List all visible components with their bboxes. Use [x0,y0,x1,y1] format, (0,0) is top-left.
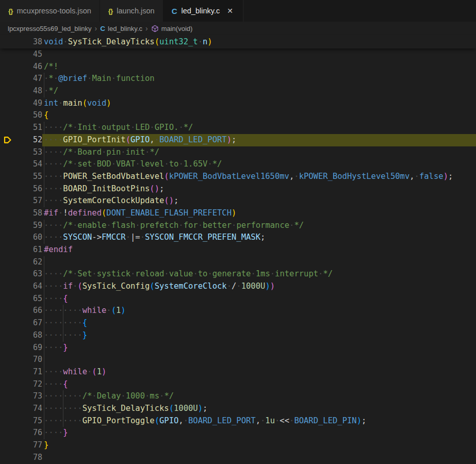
line-number[interactable]: 56 [14,183,42,195]
code-line-65[interactable]: 65····{ [0,293,476,305]
code-line-46[interactable]: 46/*! [0,61,476,73]
line-number[interactable]: 59 [14,220,42,232]
breadcrumb-item-led-blinky-c[interactable]: Cled_blinky.c [100,25,142,32]
code-line-73[interactable]: 73········/*·Delay·1000·ms·*/ [0,390,476,403]
line-number[interactable]: 60 [14,231,42,244]
code-line-57[interactable]: 57····SystemCoreClockUpdate(); [0,195,476,207]
code-line-67[interactable]: 67········{ [0,317,476,329]
code-line-62[interactable]: 62 [0,256,476,269]
tab-label: led_blinky.c [181,7,220,15]
line-number[interactable]: 68 [14,329,42,342]
code-token: ( [83,98,87,108]
line-number[interactable]: 38 [14,35,42,48]
code-line-45[interactable]: 45 [0,48,476,61]
gutter-glyph [0,61,14,73]
code-token: ) [232,208,236,218]
line-number[interactable]: 67 [14,317,42,329]
line-content [42,256,476,269]
code-line-52[interactable]: 52····GPIO_PortInit(GPIO,·BOARD_LED_PORT… [0,134,476,146]
code-line-64[interactable]: 64····if·(SysTick_Config(SystemCoreClock… [0,280,476,293]
line-number[interactable]: 65 [14,293,42,305]
code-line-70[interactable]: 70 [0,354,476,366]
line-number[interactable]: 77 [14,439,42,452]
line-number[interactable]: 54 [14,158,42,171]
code-line-61[interactable]: 61#endif [0,244,476,256]
tab-mcuxpresso-tools-json[interactable]: {}mcuxpresso-tools.json [0,0,100,22]
code-line-53[interactable]: 53····/*·Board·pin·init·*/ [0,146,476,159]
code-token: uint32_t [159,37,198,46]
code-line-75[interactable]: 75········GPIO_PortToggle(GPIO,·BOARD_LE… [0,415,476,427]
line-number[interactable]: 76 [14,427,42,439]
line-number[interactable]: 46 [14,61,42,73]
code-line-78[interactable]: 78 [0,452,476,464]
line-number[interactable]: 64 [14,280,42,293]
breadcrumb-item-lpcxpresso55s69-led-blinky[interactable]: lpcxpresso55s69_led_blinky [8,25,92,32]
code-line-60[interactable]: 60····SYSCON->FMCCR·|=·SYSCON_FMCCR_PREF… [0,231,476,244]
breadcrumb-item-main-void[interactable]: main(void) [151,25,193,32]
code-line-77[interactable]: 77} [0,439,476,452]
code-line-48[interactable]: 48·*/ [0,85,476,97]
code-token: 1u [265,416,275,425]
line-number[interactable]: 78 [14,452,42,464]
line-number[interactable]: 51 [14,122,42,134]
whitespace-dots: · [73,269,77,278]
line-number[interactable]: 49 [14,97,42,110]
code-token: ···· [44,428,63,437]
code-line-56[interactable]: 56····BOARD_InitBootPins(); [0,183,476,195]
code-line-58[interactable]: 58#if·!defined(DONT_ENABLE_FLASH_PREFETC… [0,207,476,220]
code-line-76[interactable]: 76····} [0,427,476,439]
code-token: ( [155,37,159,46]
line-number[interactable]: 73 [14,390,42,403]
code-line-55[interactable]: 55····POWER_SetBodVbatLevel(kPOWER_BodVb… [0,171,476,183]
code-line-51[interactable]: 51····/*·Init·output·LED·GPIO.·*/ [0,122,476,134]
code-line-63[interactable]: 63····/*·Set·systick·reload·value·to·gen… [0,268,476,280]
line-number[interactable]: 70 [14,354,42,366]
line-number[interactable]: 50 [14,109,42,122]
line-number[interactable]: 55 [14,171,42,183]
sticky-line[interactable]: 38void·SysTick_DelayTicks(uint32_t·n) [0,35,476,48]
line-number[interactable]: 57 [14,195,42,207]
code-line-71[interactable]: 71····while·(1) [0,366,476,378]
line-number[interactable]: 58 [14,207,42,220]
code-line-72[interactable]: 72····{ [0,378,476,391]
code-token: ; [232,135,236,144]
line-number[interactable]: 45 [14,48,42,61]
code-line-50[interactable]: 50{ [0,109,476,122]
line-number[interactable]: 71 [14,366,42,378]
line-number[interactable]: 62 [14,256,42,269]
line-number[interactable]: 53 [14,146,42,159]
code-line-68[interactable]: 68········} [0,329,476,342]
tab-launch-json[interactable]: {}launch.json [100,0,163,22]
line-number[interactable]: 48 [14,85,42,97]
code-line-49[interactable]: 49int·main(void) [0,97,476,110]
whitespace-dots: · [164,159,169,169]
close-icon[interactable]: ✕ [226,7,234,15]
code-line-69[interactable]: 69····} [0,342,476,354]
line-number[interactable]: 72 [14,378,42,391]
code-token: @brief [58,74,87,83]
code-line-59[interactable]: 59····/*·enable·flash·prefetch·for·bette… [0,220,476,232]
line-content: ········/*·Delay·1000·ms·*/ [42,390,476,403]
code-line-47[interactable]: 47·*·@brief·Main·function [0,73,476,85]
line-number[interactable]: 69 [14,342,42,354]
line-number[interactable]: 52 [14,134,42,146]
line-number[interactable]: 61 [14,244,42,256]
code-token: ( [150,184,154,193]
whitespace-dots: ···· [44,343,63,352]
line-content: #endif [42,244,476,256]
line-number[interactable]: 47 [14,73,42,85]
line-content: ····} [42,427,476,439]
whitespace-dots: · [130,123,135,132]
whitespace-dots: ···· [44,281,63,291]
gutter-glyph [0,146,14,159]
line-number[interactable]: 75 [14,415,42,427]
debug-current-line-gutter[interactable] [0,134,14,146]
code-line-66[interactable]: 66········while·(1) [0,305,476,317]
line-number[interactable]: 66 [14,305,42,317]
tab-led-blinky-c[interactable]: Cled_blinky.c✕ [163,0,243,22]
code-token: #if [44,208,58,218]
line-number[interactable]: 74 [14,403,42,415]
code-line-54[interactable]: 54····/*·set·BOD·VBAT·level·to·1.65V·*/ [0,158,476,171]
line-number[interactable]: 63 [14,268,42,280]
code-line-74[interactable]: 74········SysTick_DelayTicks(1000U); [0,403,476,415]
